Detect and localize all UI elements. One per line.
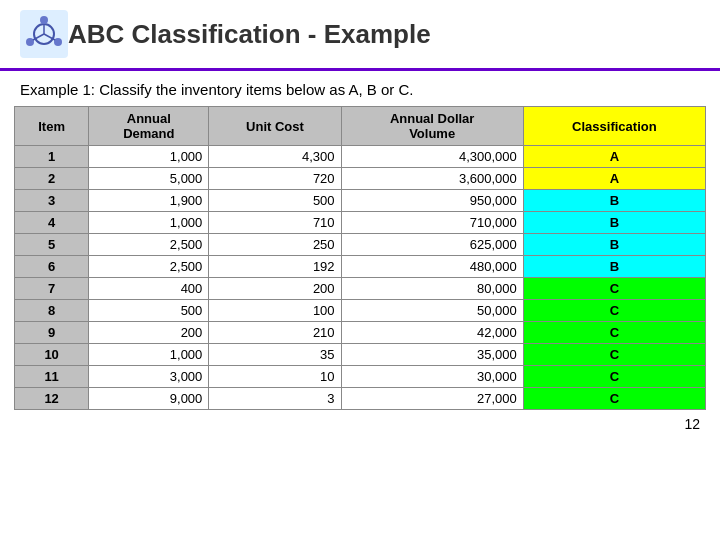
cell-unit-cost: 192: [209, 256, 341, 278]
cell-demand: 1,900: [89, 190, 209, 212]
cell-item: 6: [15, 256, 89, 278]
col-header-classification: Classification: [523, 107, 705, 146]
table-row: 4 1,000 710 710,000 B: [15, 212, 706, 234]
cell-dollar-volume: 625,000: [341, 234, 523, 256]
table-row: 7 400 200 80,000 C: [15, 278, 706, 300]
page-number: 12: [684, 416, 700, 432]
svg-point-3: [54, 38, 62, 46]
cell-item: 3: [15, 190, 89, 212]
cell-dollar-volume: 710,000: [341, 212, 523, 234]
cell-item: 7: [15, 278, 89, 300]
table-row: 8 500 100 50,000 C: [15, 300, 706, 322]
cell-demand: 9,000: [89, 388, 209, 410]
table-row: 11 3,000 10 30,000 C: [15, 366, 706, 388]
cell-dollar-volume: 42,000: [341, 322, 523, 344]
cell-item: 8: [15, 300, 89, 322]
cell-item: 10: [15, 344, 89, 366]
cell-unit-cost: 200: [209, 278, 341, 300]
table-row: 3 1,900 500 950,000 B: [15, 190, 706, 212]
table-row: 6 2,500 192 480,000 B: [15, 256, 706, 278]
col-header-item: Item: [15, 107, 89, 146]
table-row: 10 1,000 35 35,000 C: [15, 344, 706, 366]
cell-dollar-volume: 480,000: [341, 256, 523, 278]
cell-item: 9: [15, 322, 89, 344]
cell-unit-cost: 720: [209, 168, 341, 190]
table-row: 5 2,500 250 625,000 B: [15, 234, 706, 256]
col-header-dollar-volume: Annual DollarVolume: [341, 107, 523, 146]
cell-unit-cost: 710: [209, 212, 341, 234]
cell-unit-cost: 210: [209, 322, 341, 344]
cell-unit-cost: 100: [209, 300, 341, 322]
cell-classification: C: [523, 278, 705, 300]
cell-classification: A: [523, 146, 705, 168]
cell-classification: C: [523, 322, 705, 344]
cell-demand: 1,000: [89, 146, 209, 168]
svg-point-2: [40, 16, 48, 24]
subtitle-text: Example 1: Classify the inventory items …: [0, 71, 720, 106]
cell-dollar-volume: 4,300,000: [341, 146, 523, 168]
page-title: ABC Classification - Example: [68, 19, 431, 50]
cell-classification: C: [523, 344, 705, 366]
page-header: ABC Classification - Example: [0, 0, 720, 71]
cell-demand: 200: [89, 322, 209, 344]
table-row: 12 9,000 3 27,000 C: [15, 388, 706, 410]
table-row: 9 200 210 42,000 C: [15, 322, 706, 344]
cell-unit-cost: 250: [209, 234, 341, 256]
cell-classification: C: [523, 388, 705, 410]
cell-unit-cost: 35: [209, 344, 341, 366]
table-row: 2 5,000 720 3,600,000 A: [15, 168, 706, 190]
cell-dollar-volume: 80,000: [341, 278, 523, 300]
cell-classification: C: [523, 300, 705, 322]
cell-item: 1: [15, 146, 89, 168]
cell-classification: C: [523, 366, 705, 388]
svg-point-4: [26, 38, 34, 46]
cell-classification: B: [523, 234, 705, 256]
table-row: 1 1,000 4,300 4,300,000 A: [15, 146, 706, 168]
cell-dollar-volume: 35,000: [341, 344, 523, 366]
cell-dollar-volume: 30,000: [341, 366, 523, 388]
cell-item: 2: [15, 168, 89, 190]
cell-demand: 2,500: [89, 256, 209, 278]
data-table-container: Item AnnualDemand Unit Cost Annual Dolla…: [0, 106, 720, 410]
cell-demand: 5,000: [89, 168, 209, 190]
cell-demand: 2,500: [89, 234, 209, 256]
cell-dollar-volume: 27,000: [341, 388, 523, 410]
page-footer: 12: [0, 410, 720, 438]
cell-item: 4: [15, 212, 89, 234]
cell-item: 11: [15, 366, 89, 388]
cell-item: 12: [15, 388, 89, 410]
cell-classification: B: [523, 190, 705, 212]
cell-demand: 1,000: [89, 344, 209, 366]
cell-unit-cost: 500: [209, 190, 341, 212]
cell-classification: B: [523, 256, 705, 278]
cell-dollar-volume: 3,600,000: [341, 168, 523, 190]
cell-unit-cost: 10: [209, 366, 341, 388]
col-header-demand: AnnualDemand: [89, 107, 209, 146]
cell-demand: 3,000: [89, 366, 209, 388]
cell-classification: B: [523, 212, 705, 234]
cell-demand: 500: [89, 300, 209, 322]
cell-classification: A: [523, 168, 705, 190]
cell-unit-cost: 4,300: [209, 146, 341, 168]
header-icon: [20, 10, 68, 58]
col-header-unit-cost: Unit Cost: [209, 107, 341, 146]
cell-dollar-volume: 50,000: [341, 300, 523, 322]
abc-table: Item AnnualDemand Unit Cost Annual Dolla…: [14, 106, 706, 410]
cell-item: 5: [15, 234, 89, 256]
cell-demand: 1,000: [89, 212, 209, 234]
cell-dollar-volume: 950,000: [341, 190, 523, 212]
cell-unit-cost: 3: [209, 388, 341, 410]
cell-demand: 400: [89, 278, 209, 300]
